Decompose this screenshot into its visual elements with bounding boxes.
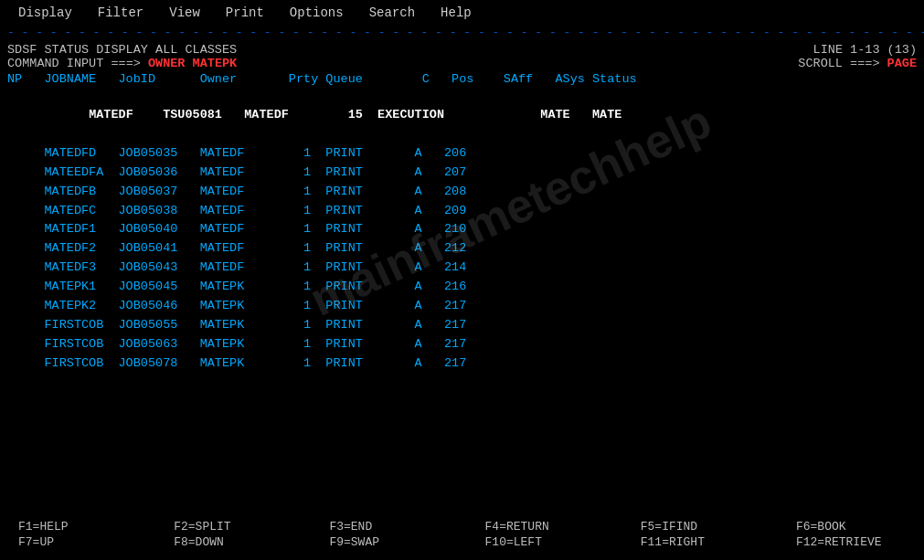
owner-value: MATEPK [193, 57, 238, 70]
line-info: LINE 1-13 (13) [813, 43, 917, 57]
scroll-info: SCROLL ===> PAGE [798, 57, 917, 70]
command-label: COMMAND INPUT [7, 57, 103, 70]
menu-help[interactable]: Help [441, 5, 472, 20]
divider: - - - - - - - - - - - - - - - - - - - - … [0, 26, 924, 39]
content-area: SDSF STATUS DISPLAY ALL CLASSES LINE 1-1… [0, 39, 924, 377]
table-row: FIRSTCOB JOB05055 MATEPK 1 PRINT A 217 [7, 316, 917, 335]
menu-display[interactable]: Display [18, 5, 72, 20]
command-arrow: ===> [111, 57, 148, 70]
f1-key[interactable]: F1=HELP [18, 520, 128, 534]
f7-key[interactable]: F7=UP [18, 535, 128, 549]
menu-options[interactable]: Options [290, 5, 344, 20]
f9-key[interactable]: F9=SWAP [329, 535, 439, 549]
table-row: FIRSTCOB JOB05063 MATEPK 1 PRINT A 217 [7, 335, 917, 354]
table-row: MATEPK2 JOB05046 MATEPK 1 PRINT A 217 [7, 297, 917, 316]
f5-key[interactable]: F5=IFIND [641, 520, 750, 534]
f12-key[interactable]: F12=RETRIEVE [796, 535, 906, 549]
owner-label: OWNER [148, 57, 186, 70]
function-keys: F1=HELP F2=SPLIT F3=END F4=RETURN F5=IFI… [0, 512, 924, 560]
execution-row: MATEDF TSU05081 MATEDF 15 EXECUTION MATE… [7, 87, 917, 144]
header-row1: SDSF STATUS DISPLAY ALL CLASSES LINE 1-1… [7, 43, 917, 57]
menu-view[interactable]: View [169, 5, 200, 20]
f6-key[interactable]: F6=BOOK [796, 520, 906, 534]
f11-key[interactable]: F11=RIGHT [641, 535, 750, 549]
f4-key[interactable]: F4=RETURN [485, 520, 595, 534]
sdsf-title: SDSF STATUS DISPLAY ALL CLASSES [7, 43, 237, 57]
table-row: MATEPK1 JOB05045 MATEPK 1 PRINT A 216 [7, 278, 917, 297]
f3-key[interactable]: F3=END [329, 520, 439, 534]
fk-row2: F7=UP F8=DOWN F9=SWAP F10=LEFT F11=RIGHT… [18, 535, 906, 549]
f2-key[interactable]: F2=SPLIT [174, 520, 283, 534]
menu-search[interactable]: Search [369, 5, 415, 20]
f10-key[interactable]: F10=LEFT [485, 535, 595, 549]
table-row: MATEDF2 JOB05041 MATEDF 1 PRINT A 212 [7, 239, 917, 259]
table-row: MATEEDFA JOB05036 MATEDF 1 PRINT A 207 [7, 164, 917, 183]
f8-key[interactable]: F8=DOWN [174, 535, 283, 549]
column-headers: NP JOBNAME JobID Owner Prty Queue C Pos … [7, 72, 917, 86]
header-row2: COMMAND INPUT ===> OWNER MATEPK SCROLL =… [7, 57, 917, 70]
table-row: MATEDFC JOB05038 MATEDF 1 PRINT A 209 [7, 202, 917, 221]
command-line: COMMAND INPUT ===> OWNER MATEPK [7, 57, 237, 70]
scroll-label: SCROLL [798, 57, 843, 70]
terminal-screen: Display Filter View Print Options Search… [0, 0, 924, 560]
fk-row1: F1=HELP F2=SPLIT F3=END F4=RETURN F5=IFI… [18, 520, 906, 534]
table-row: MATEDF3 JOB05043 MATEDF 1 PRINT A 214 [7, 259, 917, 278]
scroll-value: PAGE [887, 57, 917, 70]
table-row: MATEDFD JOB05035 MATEDF 1 PRINT A 206 [7, 144, 917, 164]
menu-print[interactable]: Print [226, 5, 264, 20]
menu-filter[interactable]: Filter [98, 5, 143, 20]
table-row: MATEDFB JOB05037 MATEDF 1 PRINT A 208 [7, 183, 917, 202]
table-row: MATEDF1 JOB05040 MATEDF 1 PRINT A 210 [7, 220, 917, 239]
menu-bar: Display Filter View Print Options Search… [0, 0, 924, 26]
table-row: FIRSTCOB JOB05078 MATEPK 1 PRINT A 217 [7, 354, 917, 374]
